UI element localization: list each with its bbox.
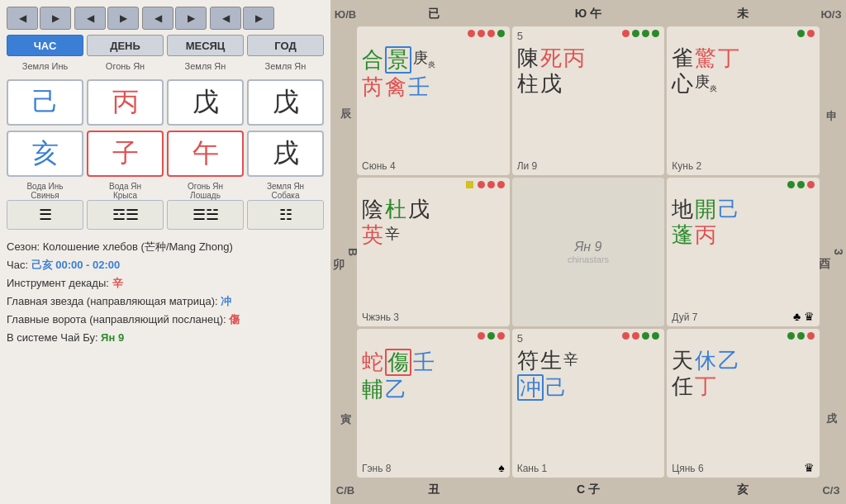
dir-top-left: Ю/В [334,3,357,25]
tab-day[interactable]: ДЕНЬ [87,35,164,56]
center-subtext: chinastars [568,254,609,264]
nav-next-year[interactable]: ▶ [243,7,274,30]
dir-bot-mid1: 丑 [357,479,511,501]
nav-next-hour[interactable]: ▶ [40,7,71,30]
palace-li9-bot-chars: 柱 戊 [517,72,660,96]
palace-qian6-bot-chars: 任 丁 [672,374,815,398]
dot [497,30,505,37]
dot [652,332,659,340]
pchar: 休 [695,349,716,373]
pchar: 英 [362,223,383,247]
trigram-1[interactable]: ☲☰ [87,200,164,230]
pchar: 禽 [385,75,406,99]
tab-month[interactable]: МЕСЯЦ [167,35,244,56]
pchar: 生 [540,349,562,373]
palace-kun2-top-chars: 雀 驚 丁 [672,46,815,70]
branch-hour[interactable]: 亥 [7,131,83,177]
chai-bu-line: В системе Чай Бу: Ян 9 [7,329,324,347]
palace-zhen3[interactable]: 陰 杜 戊 英 辛 Чжэнь 3 [357,178,510,326]
dot [642,332,649,340]
dir-row-bottom: С/В 丑 С 子 亥 С/З [334,479,843,501]
dot [487,181,495,188]
palace-qian6-top-chars: 天 休 乙 [672,349,815,373]
trigram-3[interactable]: ☷ [247,200,324,230]
nav-prev-month[interactable]: ◀ [142,7,173,30]
pchar: 芮 [362,75,383,99]
dot [622,30,630,37]
palace-sun4-name: Сюнь 4 [362,160,396,172]
pchar: 乙 [718,349,739,373]
stem-year[interactable]: 戊 [247,79,324,126]
palace-gen8-bot-chars: 輔 乙 [362,378,505,402]
stem-year-char: 戊 [273,84,299,121]
right-panel: Ю/В 已 Ю 午 未 Ю/З 辰 В卯 寅 [330,0,846,504]
branch-month[interactable]: 午 [167,131,244,177]
nav-prev-day[interactable]: ◀ [74,7,106,30]
branch-year-char: 戌 [273,136,299,172]
dot [797,30,805,37]
palace-dui7[interactable]: 地 開 己 蓬 丙 Дуй 7 ♣ ♛ [667,178,820,326]
dir-row-top: Ю/В 已 Ю 午 未 Ю/З [334,3,843,25]
stem-day[interactable]: 丙 [87,79,164,126]
main-gate-line: Главные ворота (направляющий посланец): … [7,311,324,329]
branch-hour-char: 亥 [32,136,59,172]
pchar: 開 [695,197,716,221]
pchar: 丁 [695,374,716,398]
dir-top-center: Ю 午 [511,3,666,25]
nav-next-month[interactable]: ▶ [175,7,207,30]
palace-sun4-top-chars: 合 景 庚炎 [362,46,505,74]
center-watermark: Ян 9 [568,240,609,254]
palace-gen8-top-chars: 蛇 傷 壬 [362,349,505,376]
pchar: 驚 [695,46,716,70]
trigram-2[interactable]: ☰☱ [167,200,244,230]
dot [466,181,473,188]
nav-prev-hour[interactable]: ◀ [7,7,38,30]
palace-zhen3-name: Чжэнь 3 [362,311,399,323]
nav-group-year: ◀ ▶ [210,7,274,30]
palace-qian6[interactable]: 天 休 乙 任 丁 Цянь 6 ♛ [667,329,820,478]
palace-dui7-bot-chars: 蓬 丙 [672,223,815,247]
nav-next-day[interactable]: ▶ [107,7,139,30]
dot [478,30,485,37]
palace-gen8-icon: ♠ [498,461,504,474]
palace-dui7-icon: ♣ ♛ [793,310,815,323]
sublabel-year: Земля ЯнСобака [247,182,324,195]
pillar-top-labels: Земля Инь Огонь Ян Земля Ян Земля Ян [7,61,324,74]
pchar: 符 [517,349,539,373]
pchar: 雀 [672,46,693,70]
palace-gen8-dots [362,332,505,340]
dot [642,30,649,37]
tab-hour[interactable]: ЧАС [7,35,83,56]
palace-li9-dots [517,30,660,37]
dir-top-mid1: 已 [357,3,511,25]
label-year: Земля Ян [247,61,324,74]
palace-sun4[interactable]: 合 景 庚炎 芮 禽 壬 Сюнь 4 [357,26,510,175]
trigram-0[interactable]: ☰ [7,200,83,230]
trigrams-row: ☰ ☲☰ ☰☱ ☷ [7,200,324,230]
pchar: 蛇 [362,350,383,374]
palace-li9-num: 5 [517,30,523,42]
decade-line: Инструмент декады: 辛 [7,274,324,292]
palace-gen8[interactable]: 蛇 傷 壬 輔 乙 Гэнь 8 ♠ [357,329,510,478]
time-tabs: ЧАС ДЕНЬ МЕСЯЦ ГОД [7,35,324,56]
palace-kun2[interactable]: 雀 驚 丁 心 庚炎 Кунь 2 [667,26,820,175]
palace-li9[interactable]: 5 陳 死 丙 柱 戊 [512,26,665,175]
branch-day[interactable]: 子 [87,131,164,177]
dot [487,30,495,37]
stem-hour[interactable]: 己 [7,79,83,126]
side-labels-left: 辰 В卯 寅 [334,26,357,478]
nav-prev-year[interactable]: ◀ [210,7,241,30]
tab-year[interactable]: ГОД [247,35,324,56]
pchar: 丁 [718,46,739,70]
branch-year[interactable]: 戌 [247,131,324,177]
pillars-earthly: 亥 子 午 戌 [7,131,324,177]
pchar: 丙 [695,223,716,247]
stem-month[interactable]: 戊 [167,79,244,126]
pchar: 任 [672,374,693,398]
dot [807,332,815,340]
palace-kan1[interactable]: 5 符 生 辛 冲 己 [512,329,665,478]
pchar-boxed: 傷 [385,349,411,376]
dir-right-mid: 3酉 [817,249,845,255]
dot [787,181,795,188]
main-star-value: 冲 [221,295,231,307]
